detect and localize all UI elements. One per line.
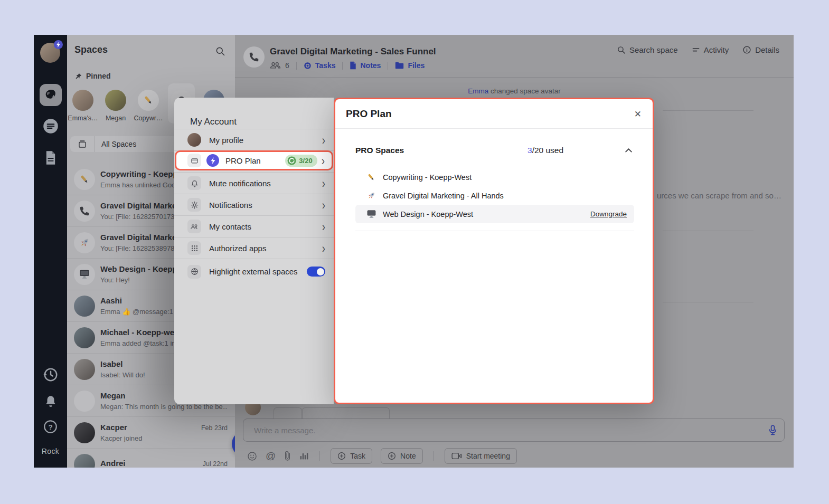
pro-space-row[interactable]: Copywriting - Koepp-West (355, 168, 634, 186)
usage-ring-icon (287, 156, 296, 165)
highlight-external-toggle[interactable] (307, 267, 325, 277)
message-fragment (274, 407, 302, 419)
pro-plan-modal: PRO Plan ✕ PRO Spaces 3/20 used Copywrit… (334, 98, 654, 404)
space-subtext: Kacper joined (100, 434, 228, 442)
header-actions: Search space Activity Details (617, 45, 779, 54)
avatar (105, 90, 126, 111)
apps-grid-icon (187, 241, 201, 255)
tab-tasks[interactable]: Tasks (304, 61, 336, 70)
pinned-item[interactable]: Copywr… (133, 90, 164, 122)
attachment-icon[interactable] (284, 451, 291, 461)
workspace-label: Rock (34, 447, 67, 455)
my-account-modal: My Account My profile › Mute notificatio… (174, 98, 334, 404)
menu-item-mute-notifications[interactable]: Mute notifications › (174, 172, 334, 194)
avatar (72, 90, 93, 111)
monitor-icon (366, 209, 376, 220)
message-divider (663, 231, 753, 231)
chevron-right-icon: › (322, 154, 325, 167)
message-divider (663, 110, 753, 111)
wallet-icon (187, 154, 201, 167)
phone-icon (74, 201, 95, 222)
chevron-up-icon[interactable] (625, 148, 632, 153)
pin-icon (74, 72, 82, 80)
list-item[interactable]: AndreiJul 22nd (67, 449, 235, 468)
microphone-icon[interactable] (769, 425, 777, 435)
pinned-section-label: Pinned (74, 72, 111, 80)
rocket-icon (74, 232, 95, 253)
spaces-title: Spaces (74, 44, 108, 55)
pro-spaces-section-header[interactable]: PRO Spaces 3/20 used (355, 146, 634, 155)
close-icon[interactable]: ✕ (634, 109, 642, 120)
header-divider (235, 77, 794, 78)
member-count[interactable]: 6 (270, 61, 289, 70)
space-name: Kacper (100, 423, 198, 432)
search-icon (617, 45, 626, 54)
contacts-icon (187, 220, 201, 233)
avatar (74, 296, 95, 317)
rock-logo-icon[interactable] (40, 84, 62, 106)
help-icon[interactable]: ? (42, 419, 59, 435)
threads-icon[interactable] (42, 118, 59, 134)
create-task-button[interactable]: Task (331, 448, 372, 464)
monitor-icon (74, 264, 95, 285)
chevron-right-icon: › (322, 134, 325, 146)
notes-icon (350, 61, 356, 70)
mention-icon[interactable]: @ (266, 450, 276, 462)
writing-hand-icon (138, 90, 159, 111)
bell-icon (187, 176, 201, 190)
usage-counter: 3/20 used (527, 146, 563, 155)
menu-item-highlight-external[interactable]: Highlight external spaces (174, 259, 334, 284)
menu-item-authorized-apps[interactable]: Authorized apps › (174, 237, 334, 259)
search-icon[interactable] (215, 46, 225, 56)
space-name: Andrei (100, 459, 200, 468)
history-icon[interactable] (42, 366, 59, 383)
emoji-icon[interactable] (247, 451, 257, 461)
tasks-icon (304, 62, 312, 70)
search-space-button[interactable]: Search space (617, 45, 678, 54)
poll-icon[interactable] (299, 451, 309, 461)
space-avatar-phone-icon (243, 46, 265, 68)
activity-button[interactable]: Activity (692, 45, 729, 54)
space-date: Feb 23rd (201, 424, 228, 432)
pro-usage-badge: 3/20 (285, 155, 317, 167)
message-composer (243, 419, 785, 442)
globe-icon (187, 265, 201, 279)
plus-circle-icon (388, 452, 396, 460)
list-divider (355, 231, 634, 231)
start-meeting-button[interactable]: Start meeting (445, 448, 517, 464)
video-camera-icon (451, 452, 462, 460)
partial-message-text: urces we can scrape from and so… (657, 191, 794, 200)
documents-icon[interactable] (42, 149, 59, 166)
downgrade-link[interactable]: Downgrade (590, 210, 627, 218)
avatar (74, 327, 95, 348)
menu-item-notifications[interactable]: Notifications › (174, 194, 334, 215)
create-note-button[interactable]: Note (381, 448, 423, 464)
message-input[interactable] (243, 426, 769, 435)
avatar (74, 391, 95, 412)
members-icon (270, 61, 281, 70)
menu-item-my-profile[interactable]: My profile › (174, 129, 334, 150)
pro-space-row[interactable]: Gravel Digital Marketing - All Hands (355, 186, 634, 205)
plus-circle-icon (337, 452, 346, 460)
tab-files[interactable]: Files (395, 61, 425, 70)
modal-divider (335, 128, 653, 129)
composer-toolbar: @ Task Note Start meeting (247, 448, 517, 464)
notifications-bell-icon[interactable] (42, 393, 59, 409)
svg-text:?: ? (48, 423, 52, 431)
pinned-item[interactable]: Emma's… (67, 90, 99, 122)
tab-notes[interactable]: Notes (350, 61, 381, 70)
activity-icon (692, 46, 700, 54)
chevron-right-icon: › (322, 220, 325, 233)
list-item[interactable]: KacperFeb 23rd Kacper joined (67, 417, 235, 449)
chevron-right-icon: › (322, 177, 325, 189)
avatar (74, 359, 95, 380)
left-rail: ? Rock (34, 35, 67, 468)
chevron-right-icon: › (322, 198, 325, 211)
files-icon (395, 62, 404, 69)
modal-title: My Account (190, 117, 237, 127)
menu-item-pro-plan[interactable]: PRO Plan 3/20 › (175, 150, 333, 170)
details-button[interactable]: Details (742, 45, 779, 54)
menu-item-my-contacts[interactable]: My contacts › (174, 215, 334, 237)
pinned-item[interactable]: Megan (100, 90, 131, 122)
pro-space-row[interactable]: Web Design - Koepp-West Downgrade (355, 205, 634, 223)
